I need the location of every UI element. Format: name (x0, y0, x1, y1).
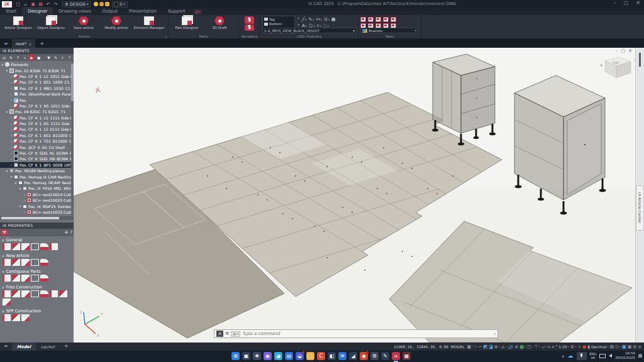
tree-item[interactable]: ›Pos. CF_K_1_TS1_B11000_C1_BO3 Shelf (0, 138, 74, 144)
onedrive-icon[interactable]: ☁ (568, 353, 574, 359)
tree-item[interactable]: ›Pos. CF_K_SDG_HB_BCWA_FD Door (0, 156, 74, 162)
tree-expander-icon[interactable]: ▾ (9, 175, 13, 178)
variables-2-icon[interactable]: $ (245, 25, 254, 31)
refresh-icon[interactable]: ↻ (8, 55, 14, 60)
tree-item[interactable]: ›Pos. CF_K_1_LS_0111 Side Panel (0, 126, 74, 132)
tree-item[interactable]: ›Pos. (0, 97, 74, 102)
ribbon-button-element-manager[interactable]: Element Manager (133, 16, 165, 33)
layout-menu-icon[interactable]: ≡ (0, 343, 12, 350)
vp-minimize-icon[interactable]: – (616, 48, 618, 53)
taskbar-app-c-icon[interactable]: C (317, 352, 325, 360)
visual-style-dropdown[interactable]: Realistic ▾ (360, 28, 418, 33)
section-contiguous-parts[interactable]: ∨Contiguous Parts (0, 268, 74, 275)
tree-expander-icon[interactable]: › (9, 98, 13, 102)
tree-item[interactable]: ▾Pos. 01 B3DR_71 B3DR_71 (0, 67, 74, 73)
lock-icon[interactable] (105, 2, 109, 6)
status-toggle-icon[interactable]: ᴬ (555, 344, 557, 349)
tool-tile-icon[interactable] (391, 17, 396, 22)
close-tab-icon[interactable]: ✕ (28, 42, 31, 47)
redo-icon[interactable]: ↷ (52, 1, 59, 8)
doc-menu-icon[interactable]: ≡ (0, 41, 12, 48)
tree-item[interactable]: ▾Pos. Homag_iXCAM_Nesting (0, 180, 74, 185)
app-logo-icon[interactable]: iX (2, 1, 12, 8)
taskbar-settings-icon[interactable]: ⚙ (370, 352, 379, 360)
panel-left-icon[interactable] (3, 259, 11, 266)
sketch-tool-icon[interactable]: ✎▾ (308, 17, 314, 22)
filter-icon[interactable]: ▼ (46, 55, 52, 60)
tree-expander-icon[interactable]: › (9, 116, 13, 119)
tab-start[interactable]: Start (0, 8, 22, 15)
status-toggle-icon[interactable]: ⊕▾ (494, 344, 500, 349)
space-indicator[interactable]: MODEL (451, 344, 465, 349)
tray-chevron-icon[interactable]: ∧ (562, 354, 564, 358)
tree-expander-icon[interactable]: › (23, 192, 26, 196)
tree-item[interactable]: ▾Pos. iX_MDF25_Painted (0, 203, 74, 209)
ribbon-button-save-article[interactable]: Save article (67, 16, 100, 33)
frame-icon[interactable] (21, 243, 30, 250)
command-input[interactable] (242, 331, 492, 336)
tab-layout[interactable]: Layout (36, 343, 60, 351)
tree-item[interactable]: ▾Elements (0, 62, 74, 67)
tool-tile-icon[interactable] (360, 17, 366, 22)
tree-scrollbar[interactable] (71, 61, 74, 216)
bulb-2-icon[interactable] (99, 2, 104, 6)
dimension-tool-icon[interactable]: ↦▾ (316, 17, 322, 22)
taskbar-office-icon[interactable]: ◆ (360, 352, 368, 360)
free-wave-icon[interactable] (21, 290, 30, 297)
ribbon-button-object-designer[interactable]: Object Designer (35, 16, 67, 33)
tree-item[interactable]: ›Pos. (BlackPanel Back Panel) (0, 91, 74, 97)
tree-expander-icon[interactable]: › (23, 199, 26, 202)
free-cap-icon[interactable] (59, 290, 67, 297)
tree-expander-icon[interactable]: ▾ (5, 69, 9, 72)
status-toggle-icon[interactable]: Decimal▾ (591, 344, 608, 349)
tree-item[interactable]: ▾Pos. iX_P019_MEL_White_M (0, 185, 74, 191)
tree-expander-icon[interactable]: › (9, 74, 13, 78)
ribbon-button-modify-article[interactable]: Modify article (100, 16, 133, 33)
select-mode-icon[interactable]: ◎ (1, 55, 7, 60)
status-toggle-icon[interactable]: ᴀ (548, 344, 550, 349)
drawing-viewport[interactable]: TOP Z Y X – ▢ ✕ (74, 48, 635, 343)
help-icon[interactable]: ? (70, 230, 72, 235)
command-bar[interactable]: ✕ ⚒ ▥ ▾ ▾ (214, 329, 498, 338)
taskbar-start-icon[interactable]: ⊞ (231, 352, 240, 360)
tab-presentation[interactable]: Presentation (123, 8, 162, 15)
tree-item[interactable]: ›Pos. CF_K_1_MB1_1010_C1 Rail (0, 85, 74, 91)
status-toggle-icon[interactable]: ◪ (489, 344, 493, 349)
ribbon-button-article-designer[interactable]: Article Designer (2, 16, 35, 33)
right-scrollbar-thumb[interactable] (639, 53, 641, 67)
tree-item[interactable]: ›Pos. CF_K_1_LS_1011 Side Panel (0, 74, 74, 79)
spp-profile-icon[interactable] (12, 314, 20, 321)
pin-icon[interactable]: ✢ (64, 230, 68, 235)
taskbar-ix-cad-icon[interactable]: iX (392, 352, 400, 360)
notification-bell-icon[interactable] (638, 354, 642, 358)
ribbon-button-3d-draft[interactable]: 3D Draft (203, 16, 236, 33)
language-indicator[interactable]: ENGUK (590, 352, 597, 359)
free-band-icon[interactable] (31, 290, 39, 297)
open-folder-icon[interactable]: ▱ (22, 1, 29, 8)
section-free-construction[interactable]: ∨Free Construction (0, 283, 74, 290)
status-toggle-icon[interactable]: ∠▾ (501, 344, 507, 349)
section-spp-construction[interactable]: ∨SPP Construction (0, 307, 74, 314)
tree-item[interactable]: ›Pos. CF_K_1_RS_1111 Side Panel (0, 121, 74, 126)
help-icon[interactable]: ? (67, 55, 72, 60)
status-toggle-icon[interactable]: ⚙▾ (570, 344, 576, 349)
status-toggle-icon[interactable]: ◿▾ (508, 344, 513, 349)
tree-item[interactable]: ›Pos. CF_K_1_BS1_1000_C1_BHA Shelf (0, 79, 74, 85)
tab-designer[interactable]: Designer (22, 8, 53, 15)
search-icon[interactable]: ⌖ (22, 55, 28, 60)
panel-arc-icon[interactable] (21, 259, 30, 266)
join-box-icon[interactable] (40, 275, 48, 282)
tree-expander-icon[interactable]: ▾ (18, 204, 22, 208)
free-cube-icon[interactable] (40, 290, 48, 297)
tree-expander-icon[interactable]: ▾ (1, 63, 4, 67)
tree-hscrollbar[interactable] (0, 216, 74, 220)
tree-item[interactable]: ▾Pos. 49169 Nesting pieces (0, 168, 74, 173)
tab-drawing-views[interactable]: Drawing views (53, 8, 96, 15)
taskbar-file-explorer-icon[interactable]: ▢ (306, 352, 314, 360)
view-style-dropdown[interactable]: A A_IMOS_VIEW_BLACK_HEIGHT ▾ (262, 28, 357, 33)
tab-output[interactable]: Output (97, 8, 123, 15)
status-toggle-icon[interactable]: ≣ (514, 344, 518, 349)
c-panel-icon[interactable] (3, 243, 11, 250)
free-block-icon[interactable] (12, 290, 20, 297)
panel-corner-icon[interactable] (12, 259, 20, 266)
